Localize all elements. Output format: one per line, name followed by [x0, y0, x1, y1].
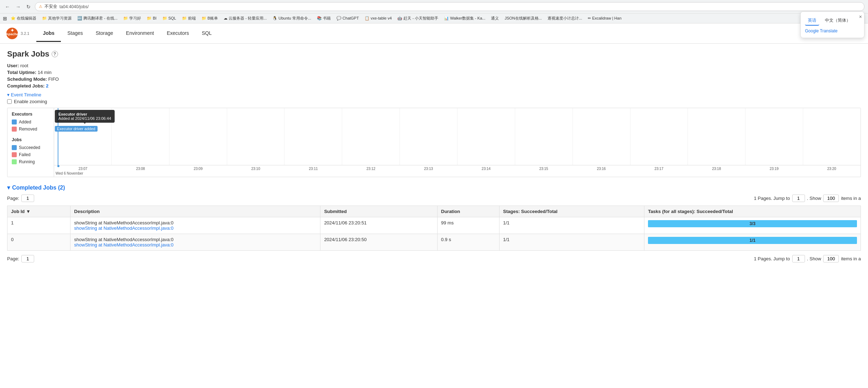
enable-zoom-row: Enable zooming — [7, 99, 861, 104]
bottom-show-input[interactable] — [823, 255, 839, 262]
bookmark-item[interactable]: 🔤 腾讯翻译君 - 在线... — [75, 15, 120, 22]
spark-version: 3.2.1 — [21, 32, 29, 36]
page-input[interactable] — [21, 195, 34, 202]
bookmark-item[interactable]: 📋 vxe-table v4 — [362, 15, 394, 21]
time-label-4: 23:11 — [284, 167, 342, 171]
refresh-button[interactable]: ↻ — [25, 3, 32, 10]
tab-stages[interactable]: Stages — [61, 25, 89, 42]
executor-dot — [57, 165, 59, 167]
bottom-jump-input[interactable] — [792, 255, 805, 262]
completed-label: Completed Jobs: — [7, 83, 45, 89]
bookmark-item[interactable]: JSON在线解析及格... — [502, 15, 544, 22]
task-bar-fill: 3/3 — [648, 220, 857, 227]
tab-storage[interactable]: Storage — [89, 25, 120, 42]
executor-tooltip-title: Executor driver — [58, 112, 111, 116]
bookmark-item[interactable]: 📁 其他学习资源 — [40, 15, 74, 22]
cell-tasks: 3/3 — [644, 217, 861, 234]
bookmark-item[interactable]: 📁 SQL — [160, 15, 178, 21]
jobs-table: Job Id ▼ Description Submitted Duration … — [7, 206, 861, 251]
time-label-1: 23:08 — [112, 167, 169, 171]
bookmark-item[interactable]: 逐视速度小计总计... — [545, 15, 584, 22]
time-label-12: 23:19 — [745, 167, 803, 171]
time-label-7: 23:14 — [457, 167, 515, 171]
legend-added-label: Added — [19, 119, 31, 124]
tab-jobs[interactable]: Jobs — [36, 25, 61, 42]
bookmark-item[interactable]: 🤖 赶天 - 小天智能助手 — [395, 15, 440, 22]
col-tasks: Tasks (for all stages): Succeeded/Total — [644, 206, 861, 217]
legend-removed: Removed — [12, 127, 49, 132]
cell-tasks: 1/1 — [644, 234, 861, 251]
legend-succeeded-label: Succeeded — [19, 145, 40, 150]
enable-zoom-checkbox[interactable] — [7, 99, 12, 104]
bookmark-item[interactable]: 🐧 Ubuntu 常用命令... — [270, 15, 313, 22]
uptime-info: Total Uptime: 14 min — [7, 70, 861, 75]
timeline-toggle-text: ▾ Event Timeline — [7, 92, 41, 97]
google-translate-link[interactable]: Google Translate — [805, 28, 860, 33]
tab-environment[interactable]: Environment — [120, 25, 161, 42]
bottom-items-label: items in a — [841, 256, 861, 261]
cell-stages: 1/1 — [500, 234, 644, 251]
nav-tabs: Jobs Stages Storage Environment Executor… — [36, 25, 218, 42]
pagination-info: 1 Pages. Jump to — [754, 196, 790, 201]
completed-jobs-section-header[interactable]: ▾ Completed Jobs (2) — [7, 184, 861, 191]
translate-popup: × 英语 中文（简体） Google Translate — [800, 11, 864, 38]
time-label-2: 23:09 — [169, 167, 227, 171]
cell-duration: 0.9 s — [437, 234, 499, 251]
desc-link[interactable]: showString at NativeMethodAccessorImpl.j… — [74, 225, 173, 231]
bookmark-item[interactable]: 📊 Walker数据集 - Ka... — [442, 15, 487, 22]
spark-logo-svg: Apache ✦ — [6, 27, 19, 40]
legend-failed-dot — [12, 152, 17, 157]
browser-bar: ← → ↻ ⚠ 不安全 ta04:4040/jobs/ × 英语 中文（简体） … — [0, 0, 868, 14]
bottom-page-label: Page: — [7, 256, 19, 261]
bookmark-item[interactable]: 📁 学习好 — [121, 15, 143, 22]
legend-removed-label: Removed — [19, 127, 37, 132]
user-info: User: root — [7, 63, 861, 68]
legend-succeeded-dot — [12, 145, 17, 150]
bookmark-apps-icon[interactable]: ⊞ — [3, 16, 7, 21]
bookmark-item[interactable]: ✏ Excalidraw | Han — [586, 15, 623, 21]
legend-failed-label: Failed — [19, 152, 31, 157]
bookmark-item[interactable]: 💬 ChatGPT — [334, 15, 361, 21]
translate-close-button[interactable]: × — [859, 14, 862, 20]
executor-tooltip-time: Added at 2024/11/06 23:06:44 — [58, 116, 111, 121]
tab-sql[interactable]: SQL — [195, 25, 218, 42]
col-submitted: Submitted — [320, 206, 437, 217]
bookmark-item[interactable]: 📁 前端 — [180, 15, 198, 22]
timeline-date: Wed 6 November — [54, 171, 861, 177]
bottom-page-input[interactable] — [21, 255, 34, 262]
bookmark-item[interactable]: 📚 书籍 — [315, 15, 333, 22]
spark-logo: Apache ✦ 3.2.1 — [6, 23, 29, 43]
bookmark-item[interactable]: 📁 BI — [145, 15, 158, 21]
timeline-container: Executors Added Removed Jobs Succeeded F… — [7, 108, 861, 177]
executor-tooltip: Executor driver Added at 2024/11/06 23:0… — [55, 110, 115, 123]
desc-link[interactable]: showString at NativeMethodAccessorImpl.j… — [74, 242, 173, 248]
lang-chinese[interactable]: 中文（简体） — [822, 16, 853, 26]
help-icon[interactable]: ? — [52, 51, 58, 57]
bookmark-item[interactable]: 📁 B账单 — [199, 15, 220, 22]
lang-english[interactable]: 英语 — [805, 16, 819, 26]
cell-submitted: 2024/11/06 23:20:51 — [320, 217, 437, 234]
tab-executors[interactable]: Executors — [160, 25, 195, 42]
cell-description: showString at NativeMethodAccessorImpl.j… — [70, 234, 320, 251]
event-timeline-toggle[interactable]: ▾ Event Timeline — [7, 92, 861, 97]
bookmark-item[interactable]: 通义 — [489, 15, 501, 22]
scheduling-value: FIFO — [48, 76, 59, 82]
executor-added-label: Executor driver added — [55, 126, 98, 132]
show-input[interactable] — [823, 195, 839, 202]
col-description: Description — [70, 206, 320, 217]
cell-submitted: 2024/11/06 23:20:50 — [320, 234, 437, 251]
col-job-id[interactable]: Job Id ▼ — [7, 206, 70, 217]
address-bar[interactable]: ⚠ 不安全 ta04:4040/jobs/ — [35, 2, 864, 11]
bookmark-item[interactable]: ⭐ 在线编辑器 — [9, 15, 38, 22]
task-bar-container: 3/3 — [648, 220, 857, 227]
cell-job-id: 0 — [7, 234, 70, 251]
time-label-5: 23:12 — [342, 167, 400, 171]
bookmark-item[interactable]: ☁ 云服务器 - 轻量应用... — [221, 15, 269, 22]
back-button[interactable]: ← — [4, 3, 11, 10]
legend-removed-dot — [12, 127, 17, 132]
forward-button[interactable]: → — [14, 3, 22, 10]
time-label-13: 23:20 — [803, 167, 861, 171]
top-pagination-bar: Page: 1 Pages. Jump to . Show items in a — [7, 195, 861, 202]
jump-to-input[interactable] — [792, 195, 805, 202]
completed-jobs-link[interactable]: 2 — [46, 83, 48, 89]
